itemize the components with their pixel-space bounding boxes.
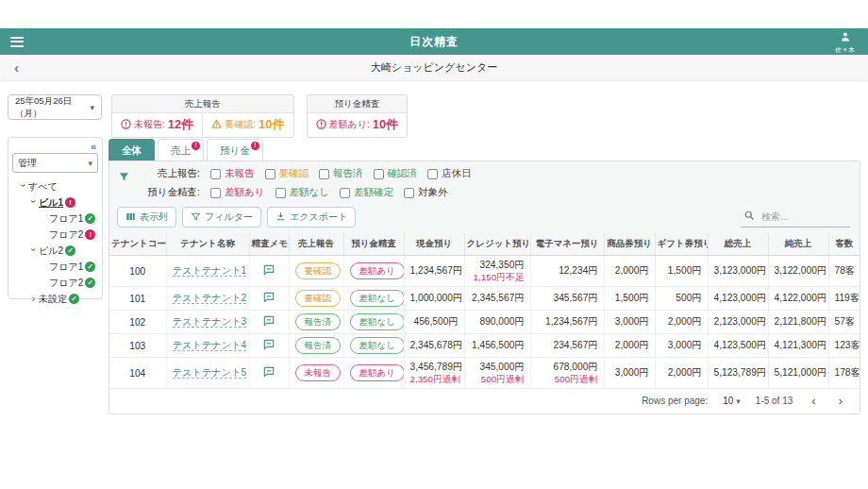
chevron-right-icon[interactable]: [28, 294, 39, 304]
date-picker[interactable]: 25年05月26日（月）: [8, 94, 102, 120]
tree-item-floor1b[interactable]: フロア1: [12, 259, 98, 275]
stat-label: 未報告:: [134, 118, 165, 131]
search-icon: [743, 208, 755, 225]
col-header-net-sales[interactable]: 純売上: [768, 233, 828, 256]
gift-amount: 1,500円: [655, 256, 708, 287]
col-header-sales-report[interactable]: 売上報告: [289, 233, 343, 256]
filter-option-confirmed[interactable]: 確認済: [374, 167, 418, 180]
tab-sales[interactable]: 売上 !: [158, 139, 204, 161]
memo-chat-icon[interactable]: [262, 319, 275, 329]
tab-all[interactable]: 全体: [108, 139, 155, 161]
voucher-amount: 2,000円: [604, 256, 655, 287]
tree-item-floor2[interactable]: フロア2: [12, 227, 98, 243]
deposit-status-badge[interactable]: 差額なし: [350, 290, 405, 307]
col-header-tenant-code[interactable]: テナントコード: [109, 233, 166, 256]
col-header-credit[interactable]: クレジット預り: [464, 233, 530, 256]
checkbox-icon[interactable]: [404, 188, 414, 198]
memo-chat-icon[interactable]: [262, 370, 275, 380]
checkbox-icon[interactable]: [265, 169, 275, 179]
deposit-status-badge[interactable]: 差額あり: [350, 364, 405, 381]
deposit-status-badge[interactable]: 差額なし: [350, 337, 405, 354]
next-page-icon[interactable]: ›: [835, 395, 846, 407]
gift-amount: 500円: [655, 287, 708, 311]
audit-memo-cell[interactable]: [249, 334, 289, 358]
filter-button[interactable]: フィルター: [182, 207, 261, 228]
filter-option-needs-check[interactable]: 要確認: [265, 167, 309, 180]
filter-option-unreported[interactable]: 未報告: [210, 167, 255, 180]
checkbox-icon[interactable]: [427, 169, 438, 179]
search-input[interactable]: [760, 211, 844, 223]
checkbox-icon[interactable]: [210, 169, 221, 179]
sales-status-badge[interactable]: 未報告: [295, 364, 342, 381]
previous-page-icon[interactable]: ‹: [808, 395, 819, 407]
checkbox-icon[interactable]: [340, 188, 350, 198]
columns-icon: [125, 211, 136, 224]
memo-chat-icon[interactable]: [262, 295, 275, 306]
col-header-tenant-name[interactable]: テナント名称: [166, 233, 249, 256]
tenant-name-link[interactable]: テストテナント2: [173, 293, 247, 304]
user-menu[interactable]: 佐々木: [835, 30, 855, 53]
tree-item-unassigned[interactable]: 未設定: [12, 291, 98, 307]
memo-chat-icon[interactable]: [262, 343, 275, 353]
tenant-name-link[interactable]: テストテナント1: [173, 265, 247, 277]
tab-deposit[interactable]: 預り金 !: [207, 139, 263, 161]
checkbox-icon[interactable]: [319, 169, 329, 179]
col-header-voucher[interactable]: 商品券預り: [604, 233, 655, 256]
filter-option-diff-fixed[interactable]: 差額確定: [340, 186, 393, 199]
filter-option-diff-yes[interactable]: 差額あり: [210, 186, 265, 199]
col-header-audit-memo[interactable]: 精査メモ: [249, 233, 289, 256]
search-box[interactable]: [741, 206, 850, 228]
sales-report-card: 売上報告 未報告: 12件 要確認: 10件: [111, 94, 294, 138]
tree-item-floor2b[interactable]: フロア2: [12, 275, 98, 291]
tree-item-all[interactable]: すべて: [12, 178, 98, 194]
tree-item-building1[interactable]: ビル1: [12, 194, 98, 211]
checkbox-icon[interactable]: [210, 188, 221, 198]
checkbox-icon[interactable]: [374, 169, 384, 179]
filter-option-label: 対象外: [418, 186, 448, 199]
filter-option-reported[interactable]: 報告済: [319, 167, 363, 180]
download-icon: [275, 211, 286, 224]
chevron-down-icon[interactable]: [18, 181, 28, 192]
col-header-gross-sales[interactable]: 総売上: [708, 233, 768, 256]
tenant-code: 104: [109, 358, 166, 389]
table-row: 101 テストテナント2 要確認 差額なし 1,000,000円 2,345,5…: [109, 287, 860, 311]
difference-stat: 差額あり: 10件: [308, 113, 408, 137]
deposit-status-badge[interactable]: 差額あり: [350, 262, 405, 279]
chevron-down-icon[interactable]: [28, 245, 39, 256]
columns-button[interactable]: 表示列: [117, 207, 176, 228]
tenant-name-link[interactable]: テストテナント4: [173, 340, 247, 351]
chevron-down-icon[interactable]: [28, 197, 39, 208]
emoney-amount: 678,000円500円過剰: [530, 358, 604, 389]
audit-memo-cell[interactable]: [249, 311, 289, 334]
export-button[interactable]: エクスポート: [267, 207, 356, 228]
stat-count: 10件: [373, 116, 398, 133]
rows-per-page-select[interactable]: 10: [723, 396, 741, 406]
filter-option-diff-no[interactable]: 差額なし: [275, 186, 330, 199]
checkbox-icon[interactable]: [275, 188, 286, 198]
tree-item-building2[interactable]: ビル2: [12, 243, 98, 259]
filter-option-closed[interactable]: 店休日: [427, 167, 472, 180]
audit-memo-cell[interactable]: [249, 358, 289, 389]
sales-status-badge[interactable]: 報告済: [295, 337, 342, 354]
sales-status-badge[interactable]: 要確認: [295, 262, 342, 279]
audit-memo-cell[interactable]: [249, 287, 289, 311]
tenant-name-link[interactable]: テストテナント5: [173, 367, 247, 379]
tenant-name-link[interactable]: テストテナント3: [173, 316, 247, 328]
audit-memo-cell[interactable]: [249, 256, 289, 287]
col-header-deposit-audit[interactable]: 預り金精査: [343, 233, 404, 256]
tree-mode-select[interactable]: 管理: [12, 153, 98, 173]
col-header-customers[interactable]: 客数: [828, 233, 860, 256]
col-header-cash[interactable]: 現金預り: [404, 233, 464, 256]
memo-chat-icon[interactable]: [262, 268, 275, 278]
customer-count: 78客: [828, 256, 860, 287]
collapse-sidebar-icon[interactable]: [12, 141, 98, 152]
filter-option-label: 差額確定: [354, 186, 393, 199]
deposit-status-badge[interactable]: 差額なし: [350, 313, 405, 330]
filter-icon: [191, 211, 201, 224]
filter-option-excluded[interactable]: 対象外: [404, 186, 448, 199]
tree-item-floor1[interactable]: フロア1: [12, 211, 98, 227]
col-header-emoney[interactable]: 電子マネー預り: [530, 233, 604, 256]
col-header-gift[interactable]: ギフト券預り: [655, 233, 708, 256]
sales-status-badge[interactable]: 報告済: [295, 313, 342, 330]
sales-status-badge[interactable]: 要確認: [295, 290, 342, 307]
